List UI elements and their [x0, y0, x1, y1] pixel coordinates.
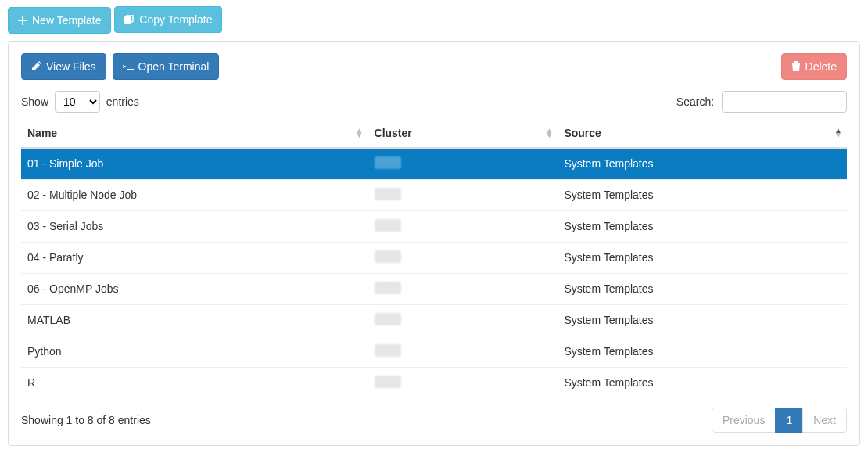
redacted-cluster	[375, 219, 401, 232]
cell-cluster	[368, 367, 558, 398]
cell-cluster	[368, 148, 558, 180]
top-toolbar: New Template Copy Template	[8, 6, 860, 34]
cell-cluster	[368, 304, 558, 336]
redacted-cluster	[375, 376, 401, 388]
table-row[interactable]: PythonSystem Templates	[21, 336, 847, 367]
svg-rect-0	[124, 16, 131, 24]
panel-toolbar: View Files Open Terminal Delete	[21, 53, 847, 80]
cell-source: System Templates	[558, 210, 847, 242]
redacted-cluster	[375, 344, 401, 357]
sort-icon: ▲▼	[356, 128, 364, 138]
table-row[interactable]: 06 - OpenMP JobsSystem Templates	[21, 273, 847, 304]
redacted-cluster	[375, 188, 401, 200]
cell-name: R	[21, 367, 368, 398]
copy-icon	[124, 15, 135, 25]
col-header-name[interactable]: Name ▲▼	[21, 119, 368, 148]
cell-cluster	[368, 242, 558, 273]
table-info: Showing 1 to 8 of 8 entries	[21, 414, 151, 426]
delete-button[interactable]: Delete	[781, 53, 847, 80]
templates-panel: View Files Open Terminal Delete Show 102…	[8, 41, 860, 446]
redacted-cluster	[375, 313, 401, 325]
cell-cluster	[368, 273, 558, 304]
cell-name: MATLAB	[21, 304, 368, 336]
cell-name: 04 - Parafly	[21, 242, 368, 273]
cell-cluster	[368, 179, 558, 210]
table-row[interactable]: MATLABSystem Templates	[21, 304, 847, 336]
copy-template-label: Copy Template	[139, 12, 212, 27]
cell-source: System Templates	[558, 336, 847, 367]
terminal-icon	[123, 62, 134, 71]
cell-source: System Templates	[558, 273, 847, 304]
cell-name: 06 - OpenMP Jobs	[21, 273, 368, 304]
cell-name: 02 - Multiple Node Job	[21, 179, 368, 210]
edit-icon	[31, 61, 41, 71]
view-files-button[interactable]: View Files	[21, 53, 106, 80]
cell-cluster	[368, 210, 558, 242]
templates-table: Name ▲▼ Cluster ▲▼ Source ▲▼ 01 - Simple…	[21, 119, 847, 398]
search-control: Search:	[676, 91, 847, 113]
col-header-cluster[interactable]: Cluster ▲▼	[368, 119, 558, 148]
length-select[interactable]: 102550100	[55, 91, 100, 113]
search-label: Search:	[676, 95, 714, 108]
col-header-source[interactable]: Source ▲▼	[558, 119, 847, 148]
cell-cluster	[368, 336, 558, 367]
page-current[interactable]: 1	[775, 408, 803, 433]
page-previous[interactable]: Previous	[712, 408, 776, 433]
table-row[interactable]: 02 - Multiple Node JobSystem Templates	[21, 179, 847, 210]
cell-source: System Templates	[558, 242, 847, 273]
new-template-button[interactable]: New Template	[8, 7, 111, 34]
cell-source: System Templates	[558, 148, 847, 180]
pagination: Previous 1 Next	[712, 408, 847, 433]
cell-source: System Templates	[558, 304, 847, 336]
plus-icon	[18, 16, 27, 25]
cell-name: Python	[21, 336, 368, 367]
sort-icon: ▲▼	[545, 128, 553, 138]
cell-name: 01 - Simple Job	[21, 148, 368, 180]
new-template-label: New Template	[32, 13, 101, 28]
table-row[interactable]: RSystem Templates	[21, 367, 847, 398]
table-row[interactable]: 01 - Simple JobSystem Templates	[21, 148, 847, 180]
table-controls: Show 102550100 entries Search:	[21, 91, 847, 113]
table-row[interactable]: 04 - ParaflySystem Templates	[21, 242, 847, 273]
redacted-cluster	[375, 156, 401, 169]
view-files-label: View Files	[46, 59, 96, 74]
table-footer: Showing 1 to 8 of 8 entries Previous 1 N…	[21, 408, 847, 433]
cell-name: 03 - Serial Jobs	[21, 210, 368, 242]
page-next[interactable]: Next	[802, 408, 847, 433]
trash-icon	[791, 61, 801, 71]
delete-label: Delete	[805, 59, 837, 74]
open-terminal-label: Open Terminal	[138, 59, 210, 74]
length-prefix: Show	[21, 95, 48, 108]
cell-source: System Templates	[558, 179, 847, 210]
copy-template-button[interactable]: Copy Template	[114, 6, 222, 33]
length-suffix: entries	[106, 95, 139, 108]
open-terminal-button[interactable]: Open Terminal	[113, 53, 220, 80]
length-control: Show 102550100 entries	[21, 91, 139, 113]
sort-icon: ▲▼	[834, 128, 842, 138]
redacted-cluster	[375, 250, 401, 263]
cell-source: System Templates	[558, 367, 847, 398]
redacted-cluster	[375, 282, 401, 294]
search-input[interactable]	[722, 91, 847, 113]
table-row[interactable]: 03 - Serial JobsSystem Templates	[21, 210, 847, 242]
